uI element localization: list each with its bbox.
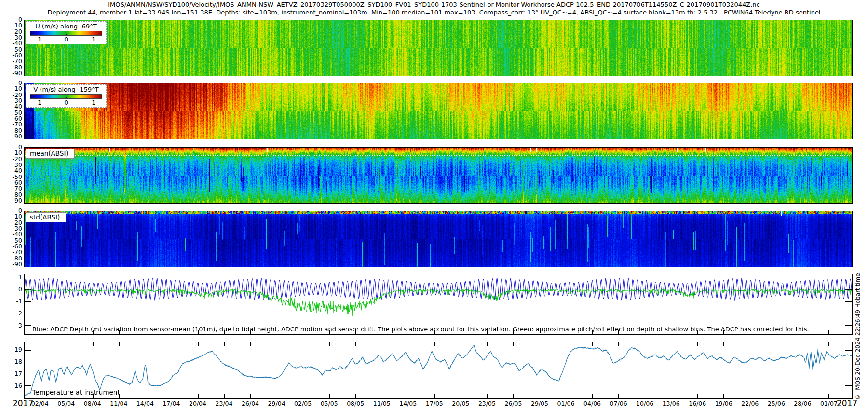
x-axis-date-label: 14/04 xyxy=(132,400,159,407)
x-axis-date-label: 07/06 xyxy=(605,400,632,407)
x-axis-date-label: 08/04 xyxy=(79,400,106,407)
x-axis-date-label: 05/04 xyxy=(53,400,80,407)
title-filename: IMOS/ANMN/NSW/SYD100/Velocity/IMOS_ANMN-… xyxy=(0,1,868,8)
v-velocity-heatmap-panel: V (m/s) along -159°T -1 0 1 xyxy=(24,83,853,139)
mean-absi-heatmap xyxy=(25,148,852,203)
depth-variation-line-panel: Blue: ADCP Depth (m) variation from sens… xyxy=(24,274,853,335)
x-axis-date-label: 01/07 xyxy=(815,400,842,407)
y-axis-tick-label: 0 xyxy=(2,286,22,293)
y-axis-tick-label: -90 xyxy=(2,260,22,268)
v-colorbar-tick: -1 xyxy=(36,99,41,106)
x-axis-date-label: 13/06 xyxy=(658,400,685,407)
x-axis-date-label: 16/06 xyxy=(684,400,711,407)
x-axis-date-label: 10/06 xyxy=(631,400,658,407)
x-axis-date-label: 02/04 xyxy=(27,400,54,407)
v-colorbar-tick: 1 xyxy=(92,99,95,106)
u-legend-label: U (m/s) along -69°T xyxy=(30,23,102,30)
x-axis-date-label: 23/05 xyxy=(474,400,501,407)
figure: IMOS/ANMN/NSW/SYD100/Velocity/IMOS_ANMN-… xyxy=(0,0,868,410)
std-absi-heatmap xyxy=(25,211,852,267)
x-axis-date-label: 14/05 xyxy=(394,400,421,407)
u-colorbar-tick: 1 xyxy=(92,36,95,43)
y-axis-tick-label: -3 xyxy=(2,322,22,329)
x-axis-date-label: 28/06 xyxy=(789,400,816,407)
x-axis-date-label: 20/04 xyxy=(184,400,211,407)
y-axis-tick-label: -2 xyxy=(2,310,22,317)
v-velocity-heatmap xyxy=(25,83,852,139)
y-axis-tick-label: 18 xyxy=(2,358,22,365)
temperature-line-panel: Temperature at instrument xyxy=(24,342,853,399)
x-axis-date-label: 23/04 xyxy=(211,400,238,407)
x-axis-date-label: 29/05 xyxy=(526,400,553,407)
x-axis-date-label: 11/05 xyxy=(368,400,395,407)
temperature-plot xyxy=(25,342,852,398)
u-velocity-heatmap-panel: U (m/s) along -69°T -1 0 1 xyxy=(24,20,853,76)
v-colorbar xyxy=(30,94,102,99)
y-axis-tick-label: -90 xyxy=(2,133,22,140)
v-colorbar-tick: 0 xyxy=(64,99,68,106)
temperature-label: Temperature at instrument xyxy=(32,388,120,396)
mean-absi-heatmap-panel: mean(ABSI) xyxy=(24,147,853,204)
y-axis-tick-label: 19 xyxy=(2,346,22,353)
x-axis-date-label: 22/06 xyxy=(736,400,763,407)
x-axis-date-label: 19/06 xyxy=(710,400,737,407)
x-axis-date-label: 26/04 xyxy=(237,400,264,407)
copyright-vertical-text: © IMOS 20-Dec-2024 22:26:49 Hobart time xyxy=(854,211,865,400)
mean-absi-label: mean(ABSI) xyxy=(26,149,75,159)
y-axis-tick-label: 16 xyxy=(2,382,22,389)
x-axis-date-label: 26/05 xyxy=(500,400,527,407)
u-legend: U (m/s) along -69°T -1 0 1 xyxy=(26,21,107,44)
x-axis-date-label: 17/05 xyxy=(421,400,448,407)
u-colorbar-tick: 0 xyxy=(64,36,68,43)
x-axis-date-label: 08/05 xyxy=(342,400,369,407)
x-axis-date-label: 04/06 xyxy=(579,400,606,407)
x-axis-date-label: 20/05 xyxy=(447,400,474,407)
u-velocity-heatmap xyxy=(25,20,852,76)
v-legend: V (m/s) along -159°T -1 0 1 xyxy=(26,84,107,108)
u-colorbar-tick: -1 xyxy=(36,36,41,43)
y-axis-tick-label: 1 xyxy=(2,273,22,281)
x-axis-date-label: 02/05 xyxy=(289,400,316,407)
x-axis-date-label: 25/06 xyxy=(763,400,790,407)
std-absi-heatmap-panel: std(ABSI) xyxy=(24,211,853,267)
x-axis-date-label: 01/06 xyxy=(553,400,580,407)
x-axis-date-label: 29/04 xyxy=(263,400,290,407)
y-axis-tick-label: -90 xyxy=(2,197,22,204)
title-deployment-info: Deployment 44, member 1 lat=33.94S lon=1… xyxy=(0,9,868,16)
x-axis-date-label: 05/05 xyxy=(316,400,343,407)
y-axis-tick-label: -90 xyxy=(2,69,22,77)
x-axis-date-label: 17/04 xyxy=(158,400,185,407)
depth-variation-note: Blue: ADCP Depth (m) variation from sens… xyxy=(32,326,809,333)
y-axis-tick-label: -1 xyxy=(2,298,22,305)
std-absi-label: std(ABSI) xyxy=(26,212,66,222)
x-axis-date-label: 11/04 xyxy=(105,400,132,407)
y-axis-tick-label: 17 xyxy=(2,370,22,377)
u-colorbar xyxy=(30,31,102,36)
v-legend-label: V (m/s) along -159°T xyxy=(30,86,102,93)
